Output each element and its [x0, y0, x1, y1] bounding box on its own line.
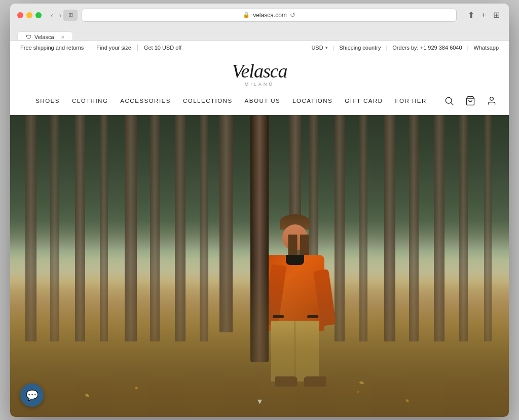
nav-links: SHOES CLOTHING ACCESSORIES COLLECTIONS A… — [20, 98, 442, 104]
active-tab[interactable]: 🛡 Velasca × — [17, 31, 73, 40]
close-button[interactable] — [17, 12, 23, 18]
nav-icons — [442, 94, 499, 108]
browser-chrome: ‹ › ⊞ 🔒 velasca.com ↺ ⬆ + ⊞ 🛡 Ve — [10, 4, 509, 41]
nav-item-about-us[interactable]: ABOUT US — [245, 98, 281, 104]
browser-tab-bar: 🛡 Velasca × — [17, 26, 502, 40]
currency-label: USD — [311, 45, 323, 51]
tab-favicon: 🛡 — [26, 34, 31, 40]
forward-button[interactable]: › — [57, 10, 64, 20]
announcement-bar: Free shipping and returns Find your size… — [10, 41, 509, 55]
nav-item-shoes[interactable]: SHOES — [35, 98, 60, 104]
currency-selector[interactable]: USD ▾ — [311, 45, 327, 51]
nav-arrows: ‹ › — [49, 10, 63, 20]
logo-text[interactable]: Velasca — [20, 61, 499, 81]
announcement-discount: Get 10 USD off — [144, 45, 188, 51]
orders-phone: Orders by: +1 929 384 6040 — [392, 45, 462, 51]
site-header: Velasca MILANO SHOES CLOTHING ACCESSORIE… — [10, 55, 509, 115]
announcement-size[interactable]: Find your size — [96, 45, 137, 51]
chat-icon: 💬 — [26, 389, 39, 401]
website: Free shipping and returns Find your size… — [10, 41, 509, 417]
svg-point-3 — [490, 97, 494, 100]
nav-item-locations[interactable]: LOCATIONS — [292, 98, 332, 104]
nav-item-collections[interactable]: COLLECTIONS — [183, 98, 233, 104]
fullscreen-button[interactable] — [35, 12, 42, 18]
browser-titlebar: ‹ › ⊞ 🔒 velasca.com ↺ ⬆ + ⊞ — [17, 9, 502, 22]
shipping-country[interactable]: Shipping country — [340, 45, 381, 51]
browser-actions: ⬆ + ⊞ — [466, 9, 502, 21]
traffic-lights — [17, 12, 42, 18]
chat-button[interactable]: 💬 — [20, 384, 44, 407]
nav-item-accessories[interactable]: ACCESSORIES — [120, 98, 171, 104]
minimize-button[interactable] — [26, 12, 32, 18]
scroll-indicator[interactable]: ▾ — [257, 396, 262, 407]
announcement-right: USD ▾ | Shipping country | Orders by: +1… — [311, 45, 499, 51]
separator-1: | — [333, 45, 335, 51]
scroll-arrow-icon: ▾ — [257, 396, 262, 407]
header-logo: Velasca MILANO — [20, 55, 499, 89]
hero-section: ▾ 💬 — [10, 115, 509, 417]
forest-background: ▾ 💬 — [10, 115, 509, 417]
new-tab-button[interactable]: + — [479, 10, 488, 21]
security-icon: 🔒 — [243, 12, 250, 18]
reload-button[interactable]: ↺ — [290, 11, 295, 19]
separator-2: | — [386, 45, 387, 51]
account-icon — [487, 96, 497, 106]
nav-item-for-her[interactable]: FOR HER — [395, 98, 427, 104]
main-nav: SHOES CLOTHING ACCESSORIES COLLECTIONS A… — [20, 89, 499, 115]
search-button[interactable] — [442, 94, 456, 108]
url-text: velasca.com — [253, 12, 287, 19]
share-button[interactable]: ⬆ — [466, 9, 476, 21]
announcement-shipping: Free shipping and returns — [20, 45, 90, 51]
whatsapp-link[interactable]: Whatsapp — [473, 45, 499, 51]
search-icon — [444, 96, 454, 106]
bag-icon — [465, 96, 475, 106]
bag-button[interactable] — [463, 94, 477, 108]
back-button[interactable]: ‹ — [49, 10, 55, 20]
separator-3: | — [467, 45, 469, 51]
svg-line-1 — [451, 102, 454, 105]
logo-subtitle: MILANO — [20, 82, 499, 87]
address-bar-row: ⊞ 🔒 velasca.com ↺ ⬆ + ⊞ — [63, 9, 502, 22]
browser-window: ‹ › ⊞ 🔒 velasca.com ↺ ⬆ + ⊞ 🛡 Ve — [10, 4, 509, 417]
account-button[interactable] — [485, 94, 499, 108]
window-controls-btn[interactable]: ⊞ — [63, 10, 78, 21]
svg-point-0 — [446, 97, 452, 103]
announcement-left: Free shipping and returns Find your size… — [20, 45, 194, 51]
nav-item-gift-card[interactable]: GIFT CARD — [345, 98, 383, 104]
grid-button[interactable]: ⊞ — [491, 9, 502, 21]
nav-item-clothing[interactable]: CLOTHING — [72, 98, 108, 104]
tab-close-icon[interactable]: × — [61, 34, 64, 40]
address-bar[interactable]: 🔒 velasca.com ↺ — [82, 9, 456, 22]
tab-title: Velasca — [34, 34, 54, 40]
currency-dropdown-icon: ▾ — [325, 45, 328, 50]
